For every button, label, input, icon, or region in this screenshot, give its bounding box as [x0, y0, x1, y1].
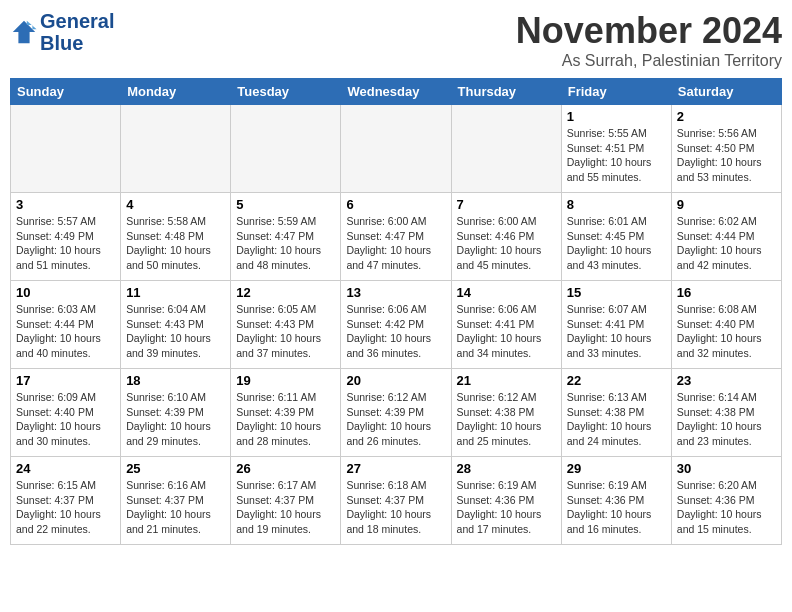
day-number: 18	[126, 373, 225, 388]
weekday-header-monday: Monday	[121, 79, 231, 105]
calendar-week-row: 3Sunrise: 5:57 AM Sunset: 4:49 PM Daylig…	[11, 193, 782, 281]
day-info: Sunrise: 6:07 AM Sunset: 4:41 PM Dayligh…	[567, 302, 666, 361]
calendar-cell: 26Sunrise: 6:17 AM Sunset: 4:37 PM Dayli…	[231, 457, 341, 545]
day-number: 7	[457, 197, 556, 212]
day-number: 8	[567, 197, 666, 212]
page-header: General Blue November 2024 As Surrah, Pa…	[10, 10, 782, 70]
calendar-cell: 27Sunrise: 6:18 AM Sunset: 4:37 PM Dayli…	[341, 457, 451, 545]
calendar-cell: 1Sunrise: 5:55 AM Sunset: 4:51 PM Daylig…	[561, 105, 671, 193]
day-info: Sunrise: 6:19 AM Sunset: 4:36 PM Dayligh…	[457, 478, 556, 537]
logo-text-blue: Blue	[40, 32, 114, 54]
day-number: 5	[236, 197, 335, 212]
weekday-header-friday: Friday	[561, 79, 671, 105]
day-number: 12	[236, 285, 335, 300]
calendar-week-row: 17Sunrise: 6:09 AM Sunset: 4:40 PM Dayli…	[11, 369, 782, 457]
day-number: 20	[346, 373, 445, 388]
calendar-cell: 14Sunrise: 6:06 AM Sunset: 4:41 PM Dayli…	[451, 281, 561, 369]
day-info: Sunrise: 6:20 AM Sunset: 4:36 PM Dayligh…	[677, 478, 776, 537]
day-info: Sunrise: 5:55 AM Sunset: 4:51 PM Dayligh…	[567, 126, 666, 185]
svg-marker-0	[13, 21, 35, 43]
day-number: 30	[677, 461, 776, 476]
calendar-cell	[231, 105, 341, 193]
day-info: Sunrise: 6:02 AM Sunset: 4:44 PM Dayligh…	[677, 214, 776, 273]
day-info: Sunrise: 6:14 AM Sunset: 4:38 PM Dayligh…	[677, 390, 776, 449]
weekday-header-sunday: Sunday	[11, 79, 121, 105]
day-info: Sunrise: 5:57 AM Sunset: 4:49 PM Dayligh…	[16, 214, 115, 273]
day-number: 4	[126, 197, 225, 212]
calendar-cell: 10Sunrise: 6:03 AM Sunset: 4:44 PM Dayli…	[11, 281, 121, 369]
day-info: Sunrise: 6:05 AM Sunset: 4:43 PM Dayligh…	[236, 302, 335, 361]
day-info: Sunrise: 6:06 AM Sunset: 4:41 PM Dayligh…	[457, 302, 556, 361]
day-number: 26	[236, 461, 335, 476]
weekday-header-saturday: Saturday	[671, 79, 781, 105]
title-area: November 2024 As Surrah, Palestinian Ter…	[516, 10, 782, 70]
weekday-header-tuesday: Tuesday	[231, 79, 341, 105]
day-number: 13	[346, 285, 445, 300]
calendar-cell: 3Sunrise: 5:57 AM Sunset: 4:49 PM Daylig…	[11, 193, 121, 281]
calendar-cell: 15Sunrise: 6:07 AM Sunset: 4:41 PM Dayli…	[561, 281, 671, 369]
day-number: 21	[457, 373, 556, 388]
day-info: Sunrise: 6:13 AM Sunset: 4:38 PM Dayligh…	[567, 390, 666, 449]
calendar-cell: 19Sunrise: 6:11 AM Sunset: 4:39 PM Dayli…	[231, 369, 341, 457]
day-info: Sunrise: 6:03 AM Sunset: 4:44 PM Dayligh…	[16, 302, 115, 361]
day-number: 23	[677, 373, 776, 388]
day-info: Sunrise: 6:15 AM Sunset: 4:37 PM Dayligh…	[16, 478, 115, 537]
day-number: 10	[16, 285, 115, 300]
day-info: Sunrise: 6:09 AM Sunset: 4:40 PM Dayligh…	[16, 390, 115, 449]
day-number: 17	[16, 373, 115, 388]
logo-icon	[10, 18, 38, 46]
day-info: Sunrise: 6:04 AM Sunset: 4:43 PM Dayligh…	[126, 302, 225, 361]
calendar-week-row: 24Sunrise: 6:15 AM Sunset: 4:37 PM Dayli…	[11, 457, 782, 545]
day-number: 24	[16, 461, 115, 476]
calendar-cell: 18Sunrise: 6:10 AM Sunset: 4:39 PM Dayli…	[121, 369, 231, 457]
day-number: 6	[346, 197, 445, 212]
calendar-cell	[121, 105, 231, 193]
calendar-cell: 22Sunrise: 6:13 AM Sunset: 4:38 PM Dayli…	[561, 369, 671, 457]
calendar-cell: 13Sunrise: 6:06 AM Sunset: 4:42 PM Dayli…	[341, 281, 451, 369]
calendar-cell: 20Sunrise: 6:12 AM Sunset: 4:39 PM Dayli…	[341, 369, 451, 457]
day-number: 9	[677, 197, 776, 212]
day-info: Sunrise: 6:00 AM Sunset: 4:46 PM Dayligh…	[457, 214, 556, 273]
calendar-cell: 17Sunrise: 6:09 AM Sunset: 4:40 PM Dayli…	[11, 369, 121, 457]
month-title: November 2024	[516, 10, 782, 52]
calendar-cell	[451, 105, 561, 193]
calendar-cell: 30Sunrise: 6:20 AM Sunset: 4:36 PM Dayli…	[671, 457, 781, 545]
day-number: 27	[346, 461, 445, 476]
calendar-cell: 5Sunrise: 5:59 AM Sunset: 4:47 PM Daylig…	[231, 193, 341, 281]
calendar-cell: 16Sunrise: 6:08 AM Sunset: 4:40 PM Dayli…	[671, 281, 781, 369]
calendar-cell: 7Sunrise: 6:00 AM Sunset: 4:46 PM Daylig…	[451, 193, 561, 281]
day-number: 16	[677, 285, 776, 300]
calendar-cell: 21Sunrise: 6:12 AM Sunset: 4:38 PM Dayli…	[451, 369, 561, 457]
calendar-cell: 29Sunrise: 6:19 AM Sunset: 4:36 PM Dayli…	[561, 457, 671, 545]
day-info: Sunrise: 6:18 AM Sunset: 4:37 PM Dayligh…	[346, 478, 445, 537]
day-number: 19	[236, 373, 335, 388]
logo-text-general: General	[40, 10, 114, 32]
day-info: Sunrise: 6:17 AM Sunset: 4:37 PM Dayligh…	[236, 478, 335, 537]
day-number: 2	[677, 109, 776, 124]
calendar-header-row: SundayMondayTuesdayWednesdayThursdayFrid…	[11, 79, 782, 105]
day-number: 25	[126, 461, 225, 476]
calendar-cell: 6Sunrise: 6:00 AM Sunset: 4:47 PM Daylig…	[341, 193, 451, 281]
calendar-cell: 23Sunrise: 6:14 AM Sunset: 4:38 PM Dayli…	[671, 369, 781, 457]
location-title: As Surrah, Palestinian Territory	[516, 52, 782, 70]
day-info: Sunrise: 6:00 AM Sunset: 4:47 PM Dayligh…	[346, 214, 445, 273]
day-number: 28	[457, 461, 556, 476]
calendar-cell: 25Sunrise: 6:16 AM Sunset: 4:37 PM Dayli…	[121, 457, 231, 545]
day-info: Sunrise: 6:01 AM Sunset: 4:45 PM Dayligh…	[567, 214, 666, 273]
day-info: Sunrise: 6:06 AM Sunset: 4:42 PM Dayligh…	[346, 302, 445, 361]
calendar-cell: 4Sunrise: 5:58 AM Sunset: 4:48 PM Daylig…	[121, 193, 231, 281]
day-number: 15	[567, 285, 666, 300]
day-info: Sunrise: 6:08 AM Sunset: 4:40 PM Dayligh…	[677, 302, 776, 361]
day-number: 11	[126, 285, 225, 300]
day-number: 29	[567, 461, 666, 476]
day-info: Sunrise: 6:12 AM Sunset: 4:38 PM Dayligh…	[457, 390, 556, 449]
day-number: 1	[567, 109, 666, 124]
calendar-cell	[341, 105, 451, 193]
calendar-week-row: 1Sunrise: 5:55 AM Sunset: 4:51 PM Daylig…	[11, 105, 782, 193]
logo: General Blue	[10, 10, 114, 54]
day-info: Sunrise: 6:12 AM Sunset: 4:39 PM Dayligh…	[346, 390, 445, 449]
day-number: 14	[457, 285, 556, 300]
day-info: Sunrise: 6:16 AM Sunset: 4:37 PM Dayligh…	[126, 478, 225, 537]
day-info: Sunrise: 5:59 AM Sunset: 4:47 PM Dayligh…	[236, 214, 335, 273]
day-number: 3	[16, 197, 115, 212]
